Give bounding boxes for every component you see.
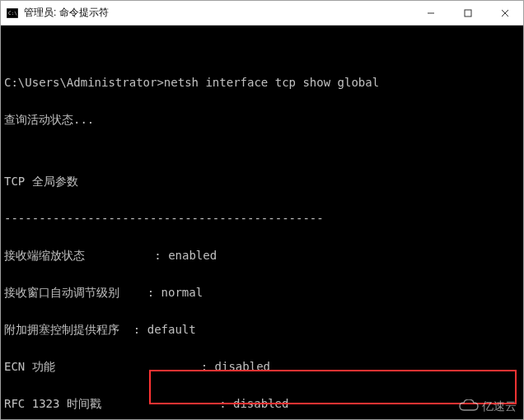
- terminal-line: TCP 全局参数: [4, 175, 520, 188]
- terminal-area[interactable]: C:\Users\Administrator>netsh interface t…: [1, 26, 523, 419]
- window-title: 管理员: 命令提示符: [24, 6, 412, 20]
- cmd-icon: C:\: [6, 7, 19, 20]
- terminal-line: C:\Users\Administrator>netsh interface t…: [4, 77, 520, 89]
- terminal-line: 接收端缩放状态 : enabled: [4, 250, 520, 262]
- minimize-button[interactable]: [412, 1, 449, 25]
- maximize-button[interactable]: [449, 1, 486, 25]
- watermark-text: 亿速云: [482, 400, 517, 413]
- svg-text:C:\: C:\: [8, 10, 17, 16]
- svg-rect-3: [465, 10, 471, 16]
- titlebar[interactable]: C:\ 管理员: 命令提示符: [1, 1, 523, 26]
- terminal-line: 附加拥塞控制提供程序 : default: [4, 324, 520, 336]
- terminal-line: RFC 1323 时间戳 : disabled: [4, 398, 520, 410]
- cmd-window: C:\ 管理员: 命令提示符 C:\Users\Administrator>ne…: [0, 0, 524, 420]
- terminal-line: ECN 功能 : disabled: [4, 361, 520, 373]
- cloud-icon: [459, 399, 479, 413]
- terminal-line: 查询活动状态...: [4, 114, 520, 126]
- terminal-line: 接收窗口自动调节级别 : normal: [4, 287, 520, 299]
- window-buttons: [412, 1, 523, 25]
- close-button[interactable]: [486, 1, 523, 25]
- terminal-line: ----------------------------------------…: [4, 212, 520, 225]
- watermark: 亿速云: [459, 399, 517, 413]
